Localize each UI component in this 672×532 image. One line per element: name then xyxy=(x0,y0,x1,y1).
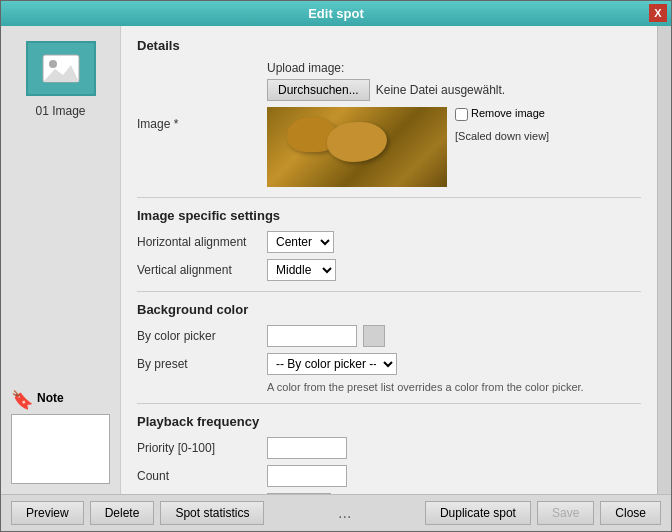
dialog-title: Edit spot xyxy=(308,6,364,21)
color-hint-text: A color from the preset list overrides a… xyxy=(267,381,641,393)
image-options: Remove image [Scaled down view] xyxy=(455,107,549,143)
color-text-input[interactable] xyxy=(267,325,357,347)
per-row: per Day Week Month xyxy=(137,493,641,494)
preview-button[interactable]: Preview xyxy=(11,501,84,525)
image-settings-title: Image specific settings xyxy=(137,208,641,223)
vertical-label: Vertical alignment xyxy=(137,263,267,277)
background-color-title: Background color xyxy=(137,302,641,317)
bottom-bar: Preview Delete Spot statistics ... Dupli… xyxy=(1,494,671,531)
remove-image-checkbox[interactable] xyxy=(455,108,468,121)
note-section: 🔖 Note xyxy=(11,391,64,409)
count-input[interactable]: 150 xyxy=(267,465,347,487)
vertical-alignment-row: Vertical alignment Middle Top Bottom xyxy=(137,259,641,281)
scrollbar[interactable] xyxy=(657,26,671,494)
per-select[interactable]: Day Week Month xyxy=(267,493,331,494)
count-label: Count xyxy=(137,469,267,483)
image-row: Image * Upload image: Durchsuchen... Kei… xyxy=(137,61,641,187)
priority-input[interactable]: 50 xyxy=(267,437,347,459)
sidebar-bottom: 🔖 Note xyxy=(1,381,120,494)
bottom-dots: ... xyxy=(270,504,419,522)
sidebar-image-label: 01 Image xyxy=(35,104,85,118)
playback-section: Playback frequency Priority [0-100] 50 C… xyxy=(137,414,641,494)
by-preset-row: By preset -- By color picker -- xyxy=(137,353,641,375)
upload-label: Upload image: xyxy=(267,61,549,75)
remove-image-label: Remove image xyxy=(471,107,545,119)
by-preset-label: By preset xyxy=(137,357,267,371)
by-color-picker-row: By color picker xyxy=(137,325,641,347)
preset-select[interactable]: -- By color picker -- xyxy=(267,353,397,375)
image-settings-section: Image specific settings Horizontal align… xyxy=(137,208,641,281)
image-preview-container: Remove image [Scaled down view] xyxy=(267,107,549,187)
remove-image-row: Remove image xyxy=(455,107,549,121)
divider-1 xyxy=(137,197,641,198)
priority-label: Priority [0-100] xyxy=(137,441,267,455)
save-button[interactable]: Save xyxy=(537,501,594,525)
horizontal-select[interactable]: Center Left Right xyxy=(267,231,334,253)
no-file-text: Keine Datei ausgewählt. xyxy=(376,83,505,97)
image-label: Image * xyxy=(137,117,267,131)
color-swatch[interactable] xyxy=(363,325,385,347)
details-section: Details Image * Upload image: Durchsuche… xyxy=(137,38,641,187)
svg-point-1 xyxy=(49,60,57,68)
upload-row: Durchsuchen... Keine Datei ausgewählt. xyxy=(267,79,549,101)
edit-spot-dialog: Edit spot X 01 Image 🔖 Note xyxy=(0,0,672,532)
divider-3 xyxy=(137,403,641,404)
sidebar: 01 Image 🔖 Note xyxy=(1,26,121,494)
count-row: Count 150 xyxy=(137,465,641,487)
content-area: 01 Image 🔖 Note Details Image * xyxy=(1,26,671,494)
duplicate-spot-button[interactable]: Duplicate spot xyxy=(425,501,531,525)
image-icon xyxy=(41,51,81,86)
note-textarea[interactable] xyxy=(11,414,110,484)
vertical-select[interactable]: Middle Top Bottom xyxy=(267,259,336,281)
by-color-picker-label: By color picker xyxy=(137,329,267,343)
image-upload-area: Upload image: Durchsuchen... Keine Datei… xyxy=(267,61,549,187)
note-icon: 🔖 xyxy=(11,391,33,409)
note-label: Note xyxy=(37,391,64,405)
background-color-section: Background color By color picker By pres… xyxy=(137,302,641,393)
spot-statistics-button[interactable]: Spot statistics xyxy=(160,501,264,525)
horizontal-label: Horizontal alignment xyxy=(137,235,267,249)
title-close-button[interactable]: X xyxy=(649,4,667,22)
scaled-down-text: [Scaled down view] xyxy=(455,129,549,143)
title-bar: Edit spot X xyxy=(1,1,671,26)
bread-image-preview xyxy=(267,107,447,187)
sidebar-image-icon xyxy=(26,41,96,96)
color-input-row xyxy=(267,325,385,347)
playback-title: Playback frequency xyxy=(137,414,641,429)
main-content: Details Image * Upload image: Durchsuche… xyxy=(121,26,657,494)
priority-row: Priority [0-100] 50 xyxy=(137,437,641,459)
details-title: Details xyxy=(137,38,641,53)
divider-2 xyxy=(137,291,641,292)
close-button[interactable]: Close xyxy=(600,501,661,525)
delete-button[interactable]: Delete xyxy=(90,501,155,525)
browse-button[interactable]: Durchsuchen... xyxy=(267,79,370,101)
horizontal-alignment-row: Horizontal alignment Center Left Right xyxy=(137,231,641,253)
